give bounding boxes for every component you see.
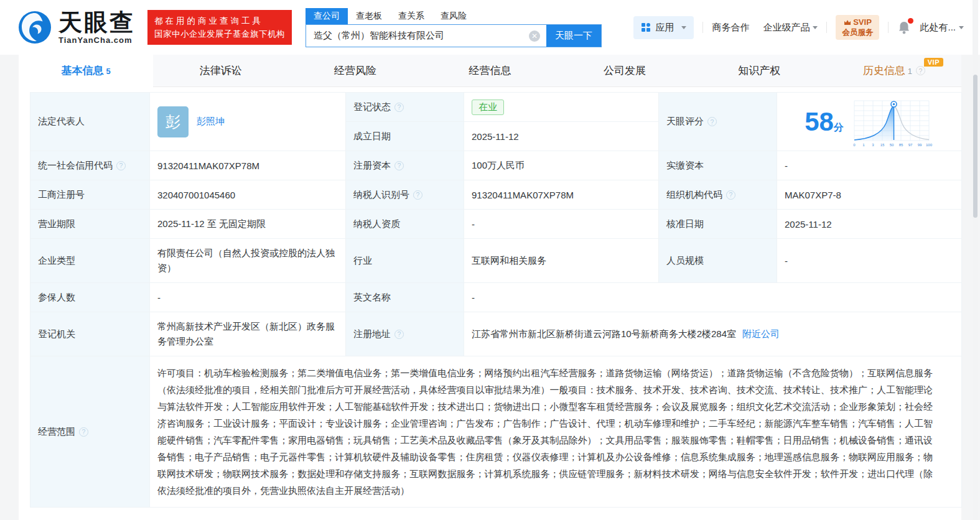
- tab-business-risk[interactable]: 经营风险: [288, 55, 422, 86]
- establish-date-value-cell: 2025-11-12: [464, 122, 659, 151]
- tab-basic-info[interactable]: 基本信息 5: [19, 55, 153, 87]
- reg-authority-value-cell: 常州高新技术产业开发区（新北区）政务服务管理办公室: [150, 312, 346, 356]
- table-row: 法定代表人 彭 彭照坤 登记状态 ? 在业 成立日期: [30, 93, 961, 151]
- top-header: 天眼查 TianYanCha.com 都在用的商业查询工具 国家中小企业发展子基…: [0, 0, 980, 55]
- help-icon[interactable]: ?: [116, 161, 126, 170]
- taxpayer-quality-label-cell: 纳税人资质: [346, 210, 464, 239]
- svg-text:0: 0: [853, 143, 856, 147]
- svip-sublabel: 会员服务: [842, 28, 873, 37]
- promo-line1: 都在用的商业查询工具: [154, 14, 285, 27]
- credit-code-label-cell: 统一社会信用代码 ?: [30, 151, 150, 180]
- help-icon[interactable]: ?: [394, 330, 404, 339]
- avatar[interactable]: 彭: [157, 106, 189, 137]
- search-input[interactable]: [306, 30, 529, 41]
- tab-company-development[interactable]: 公司发展: [558, 55, 692, 86]
- svg-text:1: 1: [862, 143, 865, 147]
- tab-basic-info-count: 5: [106, 67, 111, 76]
- top-nav: 应用 商务合作 企业级产品 SVIP 会员服务: [633, 15, 964, 40]
- section-tabs: 基本信息 5 法律诉讼 经营风险 经营信息 公司发展 知识产权 VIP 历史信息…: [19, 55, 961, 87]
- tianyancha-logo[interactable]: 天眼查 TianYanCha.com: [17, 10, 135, 45]
- help-icon[interactable]: ?: [707, 117, 717, 126]
- clear-search-icon[interactable]: ✕: [529, 30, 540, 42]
- address-label-cell: 注册地址 ?: [346, 312, 464, 356]
- help-icon[interactable]: ?: [413, 190, 422, 200]
- legal-rep-value-cell: 彭 彭照坤: [150, 93, 346, 151]
- apps-menu-button[interactable]: 应用: [633, 16, 694, 39]
- approval-date-value-cell: 2025-11-12: [777, 210, 962, 239]
- english-name-value-cell: -: [464, 283, 962, 312]
- vip-badge: VIP: [924, 58, 943, 67]
- reg-number-value-cell: 320407001045460: [150, 180, 346, 210]
- business-term-value-cell: 2025-11-12 至 无固定期限: [150, 210, 346, 239]
- enterprise-product-label: 企业级产品: [763, 22, 810, 34]
- company-type-label-cell: 企业类型: [30, 239, 150, 283]
- help-icon[interactable]: ?: [79, 427, 88, 437]
- promo-line2: 国家中小企业发展子基金旗下机构: [154, 27, 285, 40]
- svg-text:50: 50: [890, 143, 894, 147]
- reg-status-label-cell: 登记状态 ?: [346, 93, 464, 122]
- table-row: 企业类型 有限责任公司（自然人投资或控股的法人独资） 行业 互联网和相关服务 人…: [30, 239, 961, 283]
- nearby-companies-link[interactable]: 附近公司: [742, 328, 780, 340]
- table-row: 工商注册号 320407001045460 纳税人识别号 ? 91320411M…: [30, 180, 961, 210]
- taxpayer-quality-value-cell: -: [464, 210, 659, 239]
- brand-domain: TianYanCha.com: [58, 36, 135, 44]
- tianyancha-logo-icon: [17, 10, 52, 45]
- staff-size-value-cell: -: [777, 239, 962, 283]
- tab-intellectual-property[interactable]: 知识产权: [692, 55, 826, 86]
- svg-text:15: 15: [880, 143, 885, 147]
- search-tab-relation[interactable]: 查关系: [390, 8, 432, 24]
- crown-icon: [844, 19, 851, 26]
- svg-text:85: 85: [899, 143, 903, 147]
- legal-rep-link[interactable]: 彭照坤: [197, 116, 225, 128]
- company-detail-card: 基本信息 5 法律诉讼 经营风险 经营信息 公司发展 知识产权 VIP 历史信息…: [19, 55, 961, 520]
- search-area: 查公司 查老板 查关系 查风险 ✕ 天眼一下: [306, 7, 602, 47]
- search-tab-risk[interactable]: 查风险: [432, 8, 475, 24]
- address-value-cell: 江苏省常州市新北区新桥街道云河路10号新桥商务大楼2楼284室 附近公司: [464, 312, 962, 356]
- tab-business-info[interactable]: 经营信息: [422, 55, 557, 86]
- brand-name: 天眼查: [58, 11, 135, 34]
- chevron-down-icon: [813, 26, 818, 29]
- business-scope-value-cell: 许可项目：机动车检验检测服务；第二类增值电信业务；第一类增值电信业务；网络预约出…: [150, 356, 962, 508]
- industry-label-cell: 行业: [346, 239, 464, 283]
- english-name-label-cell: 英文名称: [346, 283, 464, 312]
- paid-capital-value-cell: -: [777, 151, 962, 180]
- scrollbar-thumb[interactable]: [973, 75, 978, 218]
- promo-banner: 都在用的商业查询工具 国家中小企业发展子基金旗下机构: [147, 10, 292, 45]
- paid-capital-label-cell: 实缴资本: [659, 151, 777, 180]
- user-menu[interactable]: 此处有...: [920, 22, 964, 34]
- status-badge: 在业: [472, 100, 504, 115]
- divider: [826, 22, 827, 33]
- reg-authority-label-cell: 登记机关: [30, 312, 150, 356]
- insured-count-value-cell: -: [150, 283, 346, 312]
- table-row: 成立日期 2025-11-12: [346, 122, 659, 151]
- tab-history-count: 1: [908, 67, 912, 76]
- approval-date-label-cell: 核准日期: [659, 210, 777, 239]
- help-icon[interactable]: ?: [916, 66, 925, 75]
- enterprise-product-menu[interactable]: 企业级产品: [763, 22, 818, 34]
- chevron-down-icon: [959, 26, 964, 29]
- taxpayer-id-value-cell: 91320411MAK07XP78M: [464, 180, 659, 210]
- score-unit: 分: [834, 122, 844, 132]
- basic-info-table: 法定代表人 彭 彭照坤 登记状态 ? 在业 成立日期: [30, 92, 961, 508]
- search-tab-company[interactable]: 查公司: [306, 8, 348, 24]
- help-icon[interactable]: ?: [394, 103, 404, 112]
- notification-dot: [908, 18, 913, 24]
- svg-text:97: 97: [908, 143, 913, 147]
- help-icon[interactable]: ?: [394, 161, 404, 170]
- svip-member-button[interactable]: SVIP 会员服务: [836, 15, 879, 40]
- help-icon[interactable]: ?: [726, 190, 735, 200]
- tab-legal-litigation[interactable]: 法律诉讼: [153, 55, 287, 86]
- search-tabs: 查公司 查老板 查关系 查风险: [306, 7, 602, 24]
- legal-rep-label-cell: 法定代表人: [30, 93, 150, 151]
- notifications-button[interactable]: [897, 20, 911, 35]
- search-button[interactable]: 天眼一下: [546, 25, 601, 47]
- business-scope-text: 许可项目：机动车检验检测服务；第二类增值电信业务；第一类增值电信业务；网络预约出…: [150, 356, 961, 507]
- reg-capital-value-cell: 100万人民币: [464, 151, 659, 180]
- table-row: 营业期限 2025-11-12 至 无固定期限 纳税人资质 - 核准日期 202…: [30, 210, 961, 239]
- business-cooperation-link[interactable]: 商务合作: [712, 22, 749, 34]
- scrollbar[interactable]: [973, 0, 978, 520]
- tab-history-info[interactable]: VIP 历史信息 1 ?: [827, 55, 961, 86]
- score-distribution-chart: 0 1 3 15 50 85 97 99 100: [851, 96, 935, 148]
- search-tab-boss[interactable]: 查老板: [348, 8, 390, 24]
- status-date-subcolumn: 登记状态 ? 在业 成立日期 2025-11-12: [346, 93, 659, 151]
